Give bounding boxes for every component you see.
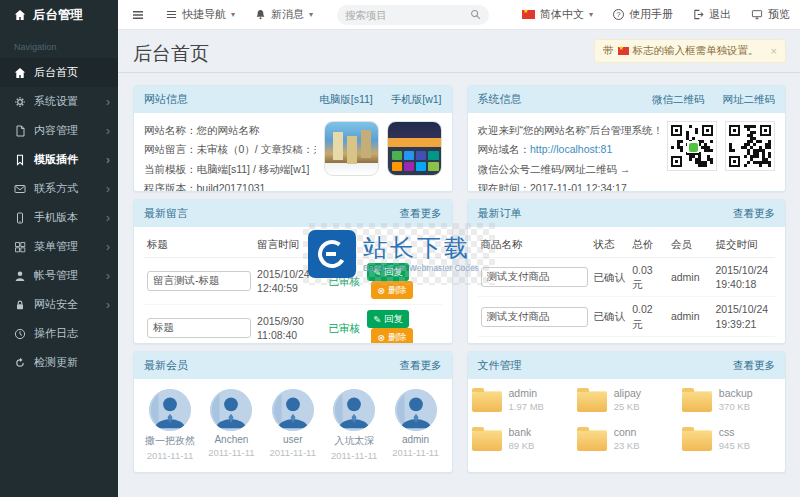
manual-link[interactable]: ? 使用手册 (603, 0, 683, 30)
language-menu[interactable]: 简体中文 ▾ (512, 0, 603, 30)
circle-x-icon: ⊗ (377, 285, 385, 296)
member-name: Anchen (203, 434, 259, 445)
quick-nav-label: 快捷导航 (182, 7, 226, 22)
sidebar-item-menu[interactable]: 菜单管理 › (0, 232, 118, 261)
search-input[interactable] (345, 9, 464, 21)
sidebar-item-contact[interactable]: 联系方式 › (0, 174, 118, 203)
orders-more-link[interactable]: 查看更多 (733, 207, 775, 221)
sidebar-item-mobile[interactable]: 手机版本 › (0, 203, 118, 232)
china-flag-icon (618, 47, 629, 55)
member-name: admin (388, 434, 444, 445)
domain-line: 网站域名：http://localhost:81 (478, 140, 660, 159)
sidebar-item-update[interactable]: 检测更新 (0, 348, 118, 377)
url-qr-link[interactable]: 网址二维码 (723, 93, 776, 107)
china-flag-icon (522, 10, 535, 19)
chevron-right-icon: › (106, 300, 110, 310)
bars-icon (166, 9, 177, 20)
gear-icon (14, 96, 26, 108)
nav-section-label: Navigation (0, 30, 118, 58)
order-member: admin (668, 336, 713, 344)
col-time: 提交时间 (713, 235, 775, 258)
order-member: admin (668, 297, 713, 336)
member-item[interactable]: 入坑太深 2011-11-11 (326, 389, 382, 461)
folder-icon (682, 430, 712, 451)
folder-item[interactable]: backup370 KB (682, 387, 781, 412)
reply-button[interactable]: ✎回复 (367, 310, 409, 328)
pc-template-thumbnail[interactable] (324, 121, 379, 176)
site-info-panel: 网站信息 电脑版[s11] 手机版[w1] 网站名称：您的网站名称 网站留言：未… (133, 85, 453, 192)
folder-item[interactable]: bank89 KB (472, 426, 571, 451)
chevron-right-icon: › (106, 213, 110, 223)
orders-panel: 最新订单 查看更多 商品名称 状态 总价 会员 提交时间 (467, 199, 787, 344)
domain-label: 网站域名： (478, 143, 531, 155)
member-item[interactable]: user 2011-11-11 (265, 389, 321, 461)
order-status: 已确认 (591, 336, 630, 344)
sidebar-item-templates[interactable]: 模版插件 › (0, 145, 118, 174)
sidebar-toggle-button[interactable] (118, 0, 156, 30)
sidebar-item-home[interactable]: 后台首页 (0, 58, 118, 87)
topbar: 快捷导航 ▾ 新消息 ▾ 简体中文 ▾ ? 使用手册 退出 (118, 0, 800, 30)
member-date: 2011-11-11 (203, 447, 259, 458)
folder-size: 25 KB (614, 401, 641, 412)
member-date: 2011-11-11 (388, 447, 444, 458)
message-title-input[interactable] (147, 318, 251, 338)
order-time: 2015/10/24 (716, 303, 769, 315)
wechat-qr-link[interactable]: 微信二维码 (652, 93, 705, 107)
domain-link[interactable]: http://localhost:81 (530, 143, 612, 155)
sidebar-item-label: 帐号管理 (34, 268, 98, 283)
files-more-link[interactable]: 查看更多 (733, 359, 775, 373)
url-qr-code (725, 121, 775, 171)
mobile-template-thumbnail[interactable] (387, 121, 442, 176)
brand[interactable]: 后台管理 (0, 0, 118, 30)
folder-item[interactable]: conn23 KB (577, 426, 676, 451)
sidebar-item-security[interactable]: 网站安全 › (0, 290, 118, 319)
site-version-line: 程序版本：build20171031 (144, 179, 316, 192)
site-name-line: 网站名称：您的网站名称 (144, 121, 316, 140)
folder-name: admin (509, 387, 544, 401)
search-icon[interactable] (470, 9, 481, 20)
order-product-input[interactable] (481, 267, 588, 287)
mobile-thumb-tiles (392, 151, 439, 171)
close-icon[interactable]: × (771, 45, 777, 57)
member-item[interactable]: admin 2011-11-11 (388, 389, 444, 461)
sidebar-item-system-settings[interactable]: 系统设置 › (0, 87, 118, 116)
folder-item[interactable]: alipay25 KB (577, 387, 676, 412)
quick-nav-menu[interactable]: 快捷导航 ▾ (156, 0, 245, 30)
member-name: 撒一把孜然 (142, 434, 198, 448)
envelope-icon (14, 183, 26, 195)
sidebar-item-content[interactable]: 内容管理 › (0, 116, 118, 145)
member-item[interactable]: Anchen 2011-11-11 (203, 389, 259, 461)
order-row: 已确认 0.01 元 admin 2015/10/2419:35:52 (478, 336, 776, 344)
messages-more-link[interactable]: 查看更多 (400, 207, 442, 221)
caret-down-icon: ▾ (309, 10, 313, 19)
sidebar-item-accounts[interactable]: 帐号管理 › (0, 261, 118, 290)
mobile-template-link[interactable]: 手机版[w1] (391, 93, 442, 107)
folder-size: 945 KB (719, 440, 750, 451)
sidebar-item-label: 网站安全 (34, 297, 98, 312)
folder-size: 370 KB (719, 401, 753, 412)
sidebar-item-label: 操作日志 (34, 326, 110, 341)
user-icon (14, 270, 26, 282)
files-body: admin1.97 MB alipay25 KB backup370 KB ba… (468, 379, 786, 451)
folder-item[interactable]: css945 KB (682, 426, 781, 451)
caret-down-icon: ▾ (231, 10, 235, 19)
delete-button[interactable]: ⊗删除 (371, 328, 413, 344)
folder-item[interactable]: admin1.97 MB (472, 387, 571, 412)
refresh-icon (14, 357, 26, 369)
new-messages-menu[interactable]: 新消息 ▾ (245, 0, 323, 30)
avatar (210, 389, 252, 431)
question-icon: ? (613, 9, 624, 20)
order-product-input[interactable] (481, 307, 588, 327)
message-title-input[interactable] (147, 271, 251, 291)
preview-link[interactable]: 预览 (741, 0, 800, 30)
logout-link[interactable]: 退出 (683, 0, 741, 30)
sidebar-item-logs[interactable]: 操作日志 (0, 319, 118, 348)
member-item[interactable]: 撒一把孜然 2011-11-11 (142, 389, 198, 461)
time-line: 现在时间：2017-11-01 12:34:17 (478, 179, 660, 192)
site-template-line: 当前模板：电脑端[s11] / 移动端[w1] (144, 160, 316, 179)
members-panel: 最新会员 查看更多 撒一把孜然 2011-11-11 Anchen 2011-1… (133, 351, 453, 473)
folder-size: 89 KB (509, 440, 535, 451)
pc-template-link[interactable]: 电脑版[s11] (319, 93, 372, 107)
members-more-link[interactable]: 查看更多 (400, 359, 442, 373)
preview-label: 预览 (768, 7, 790, 22)
